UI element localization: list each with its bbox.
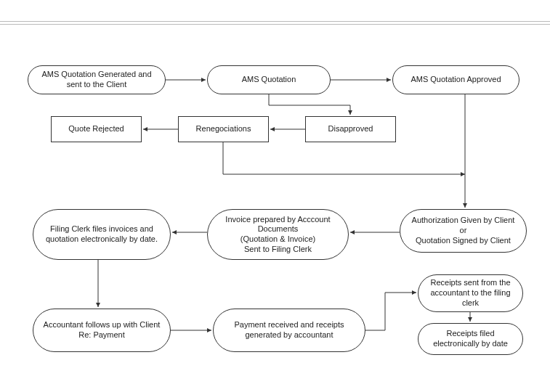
top-divider-2 — [0, 24, 550, 25]
node-ams-generated: AMS Quotation Generated and sent to the … — [28, 65, 166, 94]
node-label: Invoice prepared by Acccount Documents(Q… — [214, 215, 342, 255]
node-quote-rejected: Quote Rejected — [51, 116, 142, 142]
node-accountant-followup: Accountant follows up with Client Re: Pa… — [33, 309, 171, 352]
node-authorization: Authorization Given by ClientorQuotation… — [400, 209, 527, 253]
node-label: Accountant follows up with Client Re: Pa… — [39, 320, 164, 340]
node-payment-received: Payment received and receipts generated … — [213, 309, 365, 352]
node-label: Receipts sent from the accountant to the… — [424, 278, 517, 308]
node-label: AMS Quotation — [242, 75, 296, 85]
node-label: Payment received and receipts generated … — [219, 320, 359, 340]
node-ams-approved: AMS Quotation Approved — [392, 65, 519, 94]
node-invoice-prepared: Invoice prepared by Acccount Documents(Q… — [207, 209, 349, 260]
node-filing-clerk: Filing Clerk files invoices and quotatio… — [33, 209, 171, 260]
node-disapproved: Disapproved — [305, 116, 396, 142]
node-label: Disapproved — [328, 124, 373, 134]
node-ams-quotation: AMS Quotation — [207, 65, 331, 94]
node-label: Filing Clerk files invoices and quotatio… — [39, 224, 164, 245]
node-label: Receipts filed electronically by date — [424, 329, 517, 349]
node-receipts-filed: Receipts filed electronically by date — [418, 323, 523, 355]
top-divider-1 — [0, 21, 550, 22]
node-label: Quote Rejected — [68, 124, 124, 134]
node-label: Renegociations — [196, 124, 251, 134]
node-label: AMS Quotation Generated and sent to the … — [34, 70, 159, 90]
node-receipts-sent: Receipts sent from the accountant to the… — [418, 274, 523, 312]
node-label: Authorization Given by ClientorQuotation… — [412, 216, 515, 245]
flowchart-canvas: AMS Quotation Generated and sent to the … — [0, 0, 550, 392]
node-renegociations: Renegociations — [178, 116, 269, 142]
node-label: AMS Quotation Approved — [411, 75, 501, 85]
